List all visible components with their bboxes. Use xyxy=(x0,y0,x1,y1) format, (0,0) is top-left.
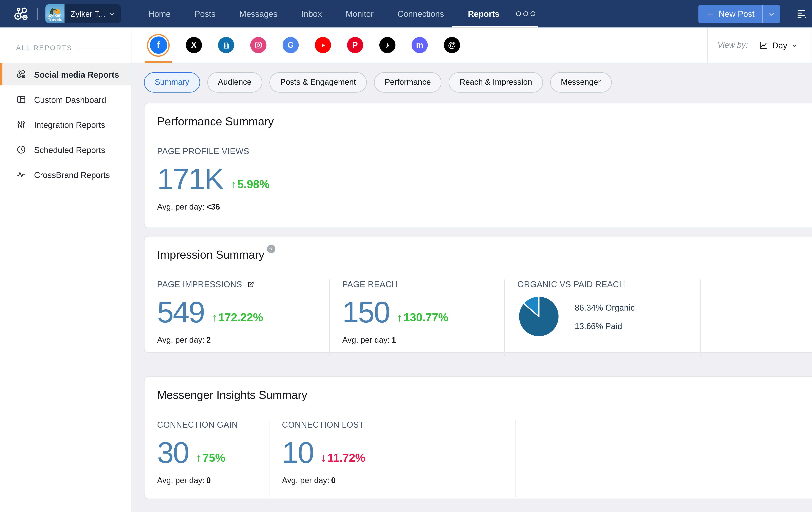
tab-reach-impression[interactable]: Reach & Impression xyxy=(449,72,543,93)
scheduled-reports-clock-icon xyxy=(16,145,26,155)
metric-label: PAGE IMPRESSIONS xyxy=(157,279,329,289)
sidebar-section-title: ALL REPORTS xyxy=(16,44,72,51)
metric-value: 30 xyxy=(157,439,188,466)
toolbar-divider xyxy=(811,27,811,63)
network-facebook-icon[interactable]: f xyxy=(147,34,170,57)
network-filter-list: f X G xyxy=(147,34,460,57)
primary-nav: Home Posts Messages Inbox Monitor Connec… xyxy=(137,0,539,27)
nav-item-connections[interactable]: Connections xyxy=(385,0,456,27)
tab-audience[interactable]: Audience xyxy=(207,72,262,93)
new-post-main[interactable]: New Post xyxy=(698,4,762,23)
nav-item-monitor[interactable]: Monitor xyxy=(334,0,385,27)
social-media-reports-icon xyxy=(16,69,26,80)
network-google-icon[interactable]: G xyxy=(283,37,299,53)
nav-item-reports[interactable]: Reports xyxy=(456,0,512,27)
network-youtube-icon[interactable] xyxy=(315,37,331,53)
metric-value: 150 xyxy=(342,299,389,326)
nav-item-messages[interactable]: Messages xyxy=(227,0,289,27)
crossbrand-reports-pulse-icon xyxy=(16,170,26,180)
metric-change: ↑ 172.22% xyxy=(211,311,263,324)
metric-change: ↑ 75% xyxy=(196,451,225,464)
impression-summary-card: Impression Summary ? PAGE IMPRESSIONS xyxy=(144,236,812,353)
messenger-insights-card: Messenger Insights Summary CONNECTION GA… xyxy=(144,376,812,499)
tab-performance[interactable]: Performance xyxy=(374,72,441,93)
report-content: Summary Audience Posts & Engagement Perf… xyxy=(132,63,812,512)
metric-label: PAGE PROFILE VIEWS xyxy=(157,146,269,156)
sidebar: ALL REPORTS Social media Reports xyxy=(0,27,132,512)
sidebar-item-scheduled-reports[interactable]: Scheduled Reports xyxy=(0,139,131,160)
external-link-icon[interactable] xyxy=(247,280,255,288)
custom-dashboard-icon xyxy=(16,94,26,104)
svg-text:Travels: Travels xyxy=(48,17,62,22)
view-by-day-dropdown[interactable]: Day xyxy=(756,40,800,50)
top-navbar: Zylker Travels Zylker T... Home Posts Me… xyxy=(0,0,812,27)
toolbar-divider xyxy=(707,27,708,63)
metric-average: Avg. per day:0 xyxy=(282,476,515,485)
metric-connection-gain: CONNECTION GAIN 30 ↑ 75% Avg. per day:0 xyxy=(157,420,269,497)
down-arrow-icon: ↓ xyxy=(321,451,326,464)
metric-change: ↑ 5.98% xyxy=(230,178,269,191)
metric-label: ORGANIC VS PAID REACH xyxy=(517,279,700,289)
nav-item-home[interactable]: Home xyxy=(137,0,183,27)
nav-more-icon[interactable] xyxy=(513,8,539,20)
up-arrow-icon: ↑ xyxy=(230,178,236,191)
help-icon[interactable]: ? xyxy=(267,245,275,253)
navbar-divider xyxy=(37,8,38,20)
sidebar-item-crossbrand-reports[interactable]: CrossBrand Reports xyxy=(0,163,131,186)
metric-label: PAGE REACH xyxy=(342,279,504,289)
metric-average: Avg. per day:2 xyxy=(157,335,329,344)
sidebar-item-integration-reports[interactable]: Integration Reports xyxy=(0,114,131,135)
metric-page-impressions: PAGE IMPRESSIONS 549 ↑ xyxy=(157,279,330,357)
zoho-social-logo-icon[interactable] xyxy=(13,6,29,22)
sidebar-item-social-media-reports[interactable]: Social media Reports xyxy=(0,63,131,85)
tab-messenger[interactable]: Messenger xyxy=(550,72,611,93)
tab-posts-engagement[interactable]: Posts & Engagement xyxy=(269,72,367,93)
network-linkedin-icon[interactable] xyxy=(218,37,234,53)
metric-value: 549 xyxy=(157,299,204,326)
metric-value: 171K xyxy=(157,165,223,193)
metric-label: CONNECTION LOST xyxy=(282,420,515,429)
metric-change: ↓ 11.72% xyxy=(321,451,366,464)
sidebar-item-custom-dashboard[interactable]: Custom Dashboard xyxy=(0,88,131,110)
network-pinterest-icon[interactable]: P xyxy=(347,37,363,53)
integration-reports-icon xyxy=(16,119,26,130)
nav-item-posts[interactable]: Posts xyxy=(182,0,227,27)
sidebar-section-divider xyxy=(78,48,119,48)
sidebar-item-label: Custom Dashboard xyxy=(34,95,106,104)
report-toolbar: View by: Day Last 30 Days xyxy=(707,27,812,63)
sidebar-item-label: Scheduled Reports xyxy=(34,145,105,154)
brand-avatar: Zylker Travels xyxy=(46,4,65,23)
organic-paid-pie-chart xyxy=(517,295,560,338)
report-section-tabs: Summary Audience Posts & Engagement Perf… xyxy=(144,72,812,93)
legend-paid: 13.66% Paid xyxy=(575,321,635,331)
metric-average: Avg. per day:<36 xyxy=(157,203,269,211)
metric-average: Avg. per day:0 xyxy=(157,476,269,485)
metric-label: CONNECTION GAIN xyxy=(157,420,269,429)
sidebar-item-label: Social media Reports xyxy=(34,70,119,79)
new-post-dropdown[interactable] xyxy=(762,4,780,23)
legend-organic: 86.34% Organic xyxy=(575,302,635,312)
brand-chevron-down-icon xyxy=(109,10,115,17)
metric-page-reach: PAGE REACH 150 ↑ 130.77% Avg. per day:1 xyxy=(330,279,505,357)
chevron-down-icon xyxy=(791,42,798,48)
network-x-icon[interactable]: X xyxy=(186,37,202,53)
tab-summary[interactable]: Summary xyxy=(144,72,200,93)
organic-vs-paid-reach: ORGANIC VS PAID REACH 86.34% Organic xyxy=(505,279,701,357)
network-tiktok-icon[interactable]: ♪ xyxy=(379,37,396,53)
network-mastodon-icon[interactable]: m xyxy=(412,37,428,53)
sidebar-section-header: ALL REPORTS xyxy=(16,44,119,51)
sidebar-item-label: Integration Reports xyxy=(34,120,105,129)
channels-toolbar: f X G xyxy=(132,27,812,63)
pie-legend: 86.34% Organic 13.66% Paid xyxy=(575,302,635,331)
app-window: Zylker Travels Zylker T... Home Posts Me… xyxy=(0,0,812,512)
network-instagram-icon[interactable] xyxy=(250,37,266,53)
card-title: Messenger Insights Summary xyxy=(157,389,307,402)
line-chart-icon xyxy=(759,40,768,50)
nav-item-inbox[interactable]: Inbox xyxy=(289,0,334,27)
network-threads-icon[interactable]: @ xyxy=(444,37,460,53)
sidebar-item-label: CrossBrand Reports xyxy=(34,170,110,180)
brand-selector[interactable]: Zylker Travels Zylker T... xyxy=(46,4,121,23)
new-post-button[interactable]: New Post xyxy=(698,4,780,23)
feeds-icon[interactable] xyxy=(796,8,807,20)
metric-page-profile-views: PAGE PROFILE VIEWS 171K ↑ 5.98% Avg. per… xyxy=(157,146,269,223)
